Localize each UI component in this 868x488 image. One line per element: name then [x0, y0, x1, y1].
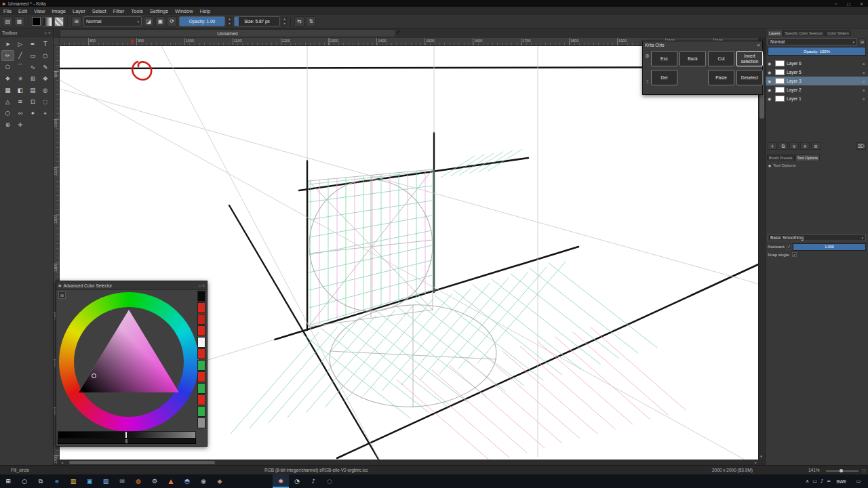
kctrl-button-esc[interactable]: Esc: [651, 51, 677, 66]
taskbar-settings[interactable]: ⚙: [146, 474, 163, 488]
taskbar-game[interactable]: ◉: [195, 474, 212, 488]
menu-item-help[interactable]: Help: [197, 8, 214, 14]
blend-mode-select[interactable]: Normal ▾: [83, 16, 142, 26]
opacity-stepper[interactable]: ▴▾: [227, 17, 232, 26]
tool-fill[interactable]: ◧: [14, 85, 27, 96]
duplicate-layer-button[interactable]: ⧉: [778, 142, 788, 150]
pen-settings-icon[interactable]: ▤: [3, 16, 13, 26]
mirror-vertical-icon[interactable]: ⇅: [306, 16, 316, 26]
color-swatch[interactable]: [197, 337, 205, 348]
menu-item-settings[interactable]: Settings: [146, 8, 172, 14]
menu-item-file[interactable]: File: [0, 8, 15, 14]
kctrl-button-invert-selection[interactable]: Invert selection: [736, 51, 763, 66]
layer-row[interactable]: ◉Layer 1a: [766, 94, 868, 103]
tool-freehand-brush[interactable]: ✏: [1, 50, 14, 61]
color-swatch[interactable]: [197, 418, 205, 428]
tab-brush-presets[interactable]: Brush Presets: [767, 155, 795, 161]
taskbar-recorder[interactable]: ◔: [289, 474, 305, 488]
mirror-horizontal-icon[interactable]: ⇆: [294, 16, 304, 26]
move-layer-down-button[interactable]: ∨: [789, 142, 799, 150]
color-swatch[interactable]: [197, 314, 205, 325]
workspace-chooser-icon[interactable]: ▦: [14, 16, 24, 26]
kctrl-button-del[interactable]: Del: [651, 70, 677, 85]
tool-move[interactable]: ✥: [39, 73, 52, 84]
color-swatch[interactable]: [197, 348, 205, 359]
layer-blend-mode-select[interactable]: Normal ▾: [768, 38, 857, 45]
tool-rect-select[interactable]: ⊡: [26, 96, 39, 107]
kctrl-button-back[interactable]: Back: [679, 51, 706, 66]
tool-rectangle[interactable]: ▭: [26, 50, 39, 61]
horizontal-scrollbar[interactable]: ◄ ►: [60, 460, 758, 465]
taskbar-photos[interactable]: ▨: [98, 474, 114, 488]
zoom-slider[interactable]: [826, 470, 859, 472]
color-swatch[interactable]: [197, 360, 205, 371]
assistant-checkbox[interactable]: ✓: [787, 245, 791, 249]
opacity-slider[interactable]: Opacity: 1.00: [179, 16, 225, 26]
float-docker-icon[interactable]: ▫: [198, 283, 200, 287]
network-icon[interactable]: ≈: [827, 479, 831, 484]
minimize-button[interactable]: ─: [829, 0, 842, 7]
layer-filter-button[interactable]: ⊞: [859, 38, 866, 45]
brush-editor-button[interactable]: ⊞: [71, 16, 81, 26]
secondary-slider[interactable]: [58, 439, 196, 444]
value-slider[interactable]: [58, 431, 196, 439]
close-docker-icon[interactable]: ✕: [202, 283, 205, 287]
visibility-eye-icon[interactable]: ◉: [768, 87, 773, 92]
taskbar-browser[interactable]: ◌: [321, 474, 338, 488]
tool-assistants[interactable]: △: [1, 96, 14, 107]
foreground-color-swatch[interactable]: [32, 17, 41, 26]
taskbar-search[interactable]: ○: [16, 474, 33, 488]
menu-item-window[interactable]: Window: [172, 8, 197, 14]
visibility-eye-icon[interactable]: ◉: [768, 61, 773, 66]
tool-edit-shapes[interactable]: ▷: [14, 39, 27, 49]
taskbar-paint-app[interactable]: ◆: [212, 474, 228, 488]
eraser-mode-icon[interactable]: ◪: [144, 16, 154, 26]
tool-similar-select[interactable]: ✦: [26, 108, 39, 119]
pattern-chooser[interactable]: [54, 17, 64, 26]
taskbar-task-view[interactable]: ⧉: [33, 474, 49, 488]
vertical-scrollbar[interactable]: ▲ ▼: [758, 46, 765, 460]
tool-multibrush[interactable]: ✳: [14, 73, 27, 84]
layer-properties-button[interactable]: ≡: [811, 142, 821, 150]
tool-dynamic-brush[interactable]: ❖: [1, 73, 14, 84]
tool-freehand-select[interactable]: ∾: [14, 108, 27, 119]
tray-expand-icon[interactable]: ∧: [806, 479, 809, 484]
layer-row[interactable]: ◉Layer 5a: [766, 68, 868, 77]
add-layer-button[interactable]: +: [768, 142, 777, 150]
menu-item-tools[interactable]: Tools: [127, 8, 146, 14]
kctrl-button-deselect[interactable]: Deselect: [736, 70, 763, 85]
onedrive-icon[interactable]: ▭: [812, 479, 817, 484]
color-swatch[interactable]: [197, 383, 205, 394]
size-slider[interactable]: Size: 5.87 px: [234, 16, 280, 26]
taskbar-krita[interactable]: ✱: [273, 474, 289, 488]
menu-item-edit[interactable]: Edit: [15, 8, 31, 14]
wrench-icon[interactable]: ⚙: [644, 54, 650, 59]
tool-options-section[interactable]: ● Tool Options: [768, 163, 795, 167]
hue-ring[interactable]: [59, 292, 199, 432]
tool-text[interactable]: T: [39, 39, 52, 49]
menu-item-view[interactable]: View: [31, 8, 48, 14]
color-selector-settings-icon[interactable]: ⊞: [58, 291, 66, 299]
canvas-only-icon[interactable]: ▢: [862, 468, 866, 472]
taskbar-file-explorer[interactable]: ▥: [65, 474, 81, 488]
smoothing-mode-select[interactable]: Basic Smoothing ▾: [768, 234, 866, 241]
tool-transform[interactable]: ⊞: [26, 73, 39, 84]
size-stepper[interactable]: ▴▾: [282, 17, 287, 26]
maximize-button[interactable]: ▢: [842, 0, 855, 7]
visibility-eye-icon[interactable]: ◉: [768, 70, 773, 75]
tool-bezier[interactable]: ∿: [26, 62, 39, 73]
tool-polygon[interactable]: ⬠: [1, 62, 14, 73]
color-swatch[interactable]: [197, 302, 205, 313]
close-button[interactable]: ✕: [855, 0, 868, 7]
toolbox-header[interactable]: Toolbox ▫ ✕: [0, 28, 53, 37]
taskbar-start[interactable]: ⊞: [0, 474, 16, 488]
menu-item-image[interactable]: Image: [48, 8, 69, 14]
tab-layers[interactable]: Layers: [767, 30, 783, 36]
menu-item-filter[interactable]: Filter: [110, 8, 128, 14]
snap-single-checkbox[interactable]: ✓: [792, 252, 797, 257]
tool-polygon-select[interactable]: ⬡: [1, 108, 14, 119]
tool-pan[interactable]: ✛: [14, 119, 27, 130]
color-swatch[interactable]: [197, 291, 205, 302]
menu-item-select[interactable]: Select: [89, 8, 110, 14]
preserve-alpha-icon[interactable]: ▣: [155, 16, 165, 26]
